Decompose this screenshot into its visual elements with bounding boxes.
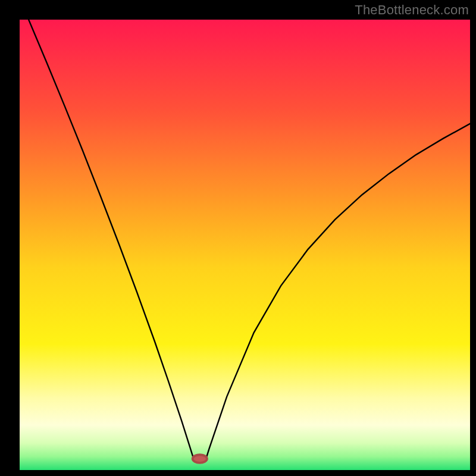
plot-area	[20, 20, 470, 470]
watermark-text: TheBottleneck.com	[355, 2, 469, 18]
gradient-background	[20, 20, 470, 470]
chart-frame: TheBottleneck.com	[0, 0, 476, 476]
plot-svg	[20, 20, 470, 470]
optimal-point-marker	[193, 455, 207, 463]
